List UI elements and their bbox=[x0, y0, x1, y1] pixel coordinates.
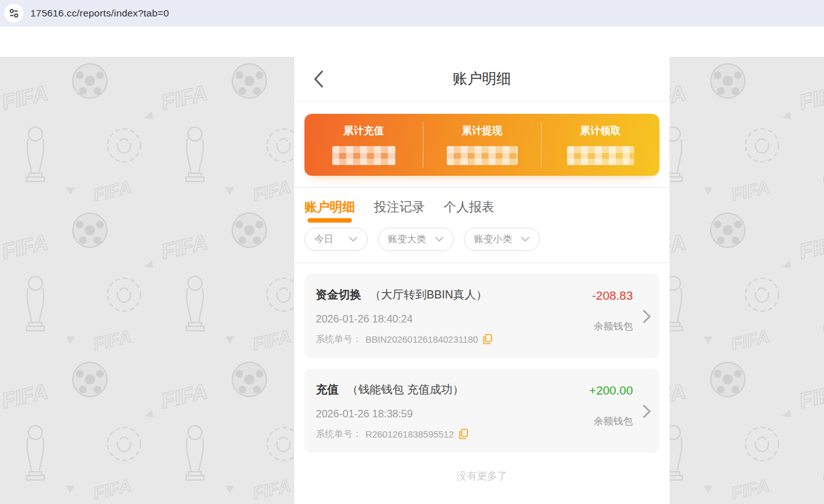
stat-label: 累计领取 bbox=[580, 125, 621, 138]
filter-label: 账变小类 bbox=[474, 233, 512, 245]
filter-label: 今日 bbox=[315, 233, 334, 245]
page-header: 账户明细 bbox=[294, 57, 670, 101]
transaction-amount-block: -208.83 余额钱包 bbox=[592, 289, 633, 333]
active-tab-indicator bbox=[308, 218, 352, 223]
transaction-amount: -208.83 bbox=[592, 289, 633, 303]
tab-personal-report[interactable]: 个人报表 bbox=[444, 199, 494, 224]
transaction-amount-block: +200.00 余额钱包 bbox=[589, 384, 633, 428]
order-label: 系统单号： bbox=[316, 333, 362, 345]
stat-label: 累计充值 bbox=[344, 125, 384, 138]
tab-bet-records[interactable]: 投注记录 bbox=[374, 199, 425, 224]
filter-major-type-dropdown[interactable]: 账变大类 bbox=[378, 228, 454, 251]
browser-address-bar[interactable]: 175616.cc/reports/index?tab=0 bbox=[0, 0, 824, 27]
back-button[interactable] bbox=[312, 70, 326, 89]
stat-total-deposit: 累计充值 bbox=[304, 114, 423, 176]
chevron-right-icon bbox=[642, 404, 651, 421]
stat-value-blurred bbox=[332, 146, 396, 165]
tab-account-detail[interactable]: 账户明细 bbox=[304, 199, 355, 224]
filter-minor-type-dropdown[interactable]: 账变小类 bbox=[464, 228, 540, 251]
transaction-type: 资金切换 bbox=[316, 288, 361, 301]
transaction-amount: +200.00 bbox=[589, 384, 633, 398]
transaction-order-row: 系统单号： BBIN202601261840231180 bbox=[316, 333, 648, 345]
order-number: R2601261838595512 bbox=[366, 429, 454, 439]
site-info-icon[interactable] bbox=[4, 4, 23, 23]
chevron-down-icon bbox=[521, 237, 530, 242]
page: 175616.cc/reports/index?tab=0 FIFA FIFA bbox=[0, 0, 824, 504]
transaction-subtitle: （钱能钱包 充值成功） bbox=[347, 383, 464, 396]
transaction-order-row: 系统单号： R2601261838595512 bbox=[316, 428, 648, 440]
filter-bar: 今日 账变大类 账变小类 bbox=[294, 224, 670, 263]
stat-total-withdraw: 累计提现 bbox=[423, 114, 541, 176]
transaction-row[interactable]: 充值 （钱能钱包 充值成功） 2026-01-26 18:38:59 系统单号：… bbox=[304, 369, 659, 453]
stats-summary-card: 累计充值 累计提现 累计领取 bbox=[304, 114, 659, 176]
order-number: BBIN202601261840231180 bbox=[366, 335, 478, 345]
transaction-row[interactable]: 资金切换 （大厅转到BBIN真人） 2026-01-26 18:40:24 系统… bbox=[304, 274, 659, 358]
url-text[interactable]: 175616.cc/reports/index?tab=0 bbox=[30, 8, 169, 19]
tab-label: 账户明细 bbox=[304, 200, 355, 214]
page-title: 账户明细 bbox=[453, 69, 511, 89]
tab-bar: 账户明细 投注记录 个人报表 bbox=[304, 188, 659, 224]
stat-label: 累计提现 bbox=[462, 125, 503, 138]
stat-total-claim: 累计领取 bbox=[541, 114, 659, 176]
chevron-down-icon bbox=[349, 237, 358, 242]
transaction-type: 充值 bbox=[316, 383, 339, 396]
filter-label: 账变大类 bbox=[388, 233, 426, 245]
chevron-down-icon bbox=[435, 237, 444, 242]
wallet-name: 余额钱包 bbox=[592, 320, 633, 333]
stat-value-blurred bbox=[447, 146, 518, 165]
wallet-name: 余额钱包 bbox=[589, 415, 633, 428]
copy-icon[interactable] bbox=[459, 429, 468, 439]
transaction-subtitle: （大厅转到BBIN真人） bbox=[370, 288, 487, 301]
chevron-right-icon bbox=[642, 309, 651, 326]
tabs-section: 账户明细 投注记录 个人报表 bbox=[294, 187, 670, 224]
copy-icon[interactable] bbox=[483, 334, 492, 345]
no-more-indicator: 没有更多了 bbox=[294, 470, 670, 483]
stat-value-blurred bbox=[567, 146, 634, 165]
order-label: 系统单号： bbox=[316, 428, 362, 440]
filter-date-dropdown[interactable]: 今日 bbox=[304, 228, 368, 251]
account-detail-panel: 账户明细 累计充值 累计提现 累计领取 账户明细 bbox=[294, 57, 670, 504]
